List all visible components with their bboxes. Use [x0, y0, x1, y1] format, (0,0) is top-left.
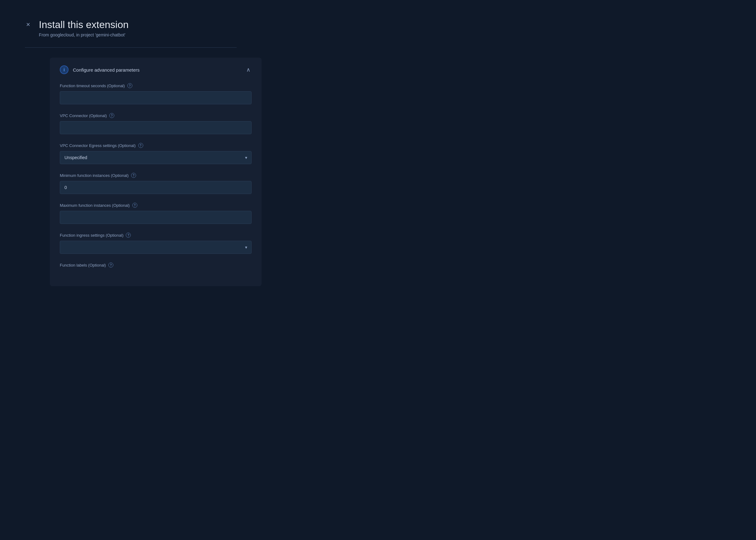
input-function-timeout[interactable] [60, 91, 252, 104]
select-wrapper-ingress: Allow all Allow internal only Allow inte… [60, 241, 252, 254]
label-vpc-connector-egress: VPC Connector Egress settings (Optional)… [60, 143, 252, 148]
help-icon-function-ingress[interactable]: ? [126, 233, 131, 238]
label-function-timeout: Function timeout seconds (Optional) ? [60, 83, 252, 88]
config-panel-header: i Configure advanced parameters ∧ [60, 65, 252, 74]
help-icon-function-labels[interactable]: ? [108, 263, 113, 268]
field-function-ingress: Function ingress settings (Optional) ? A… [60, 233, 252, 254]
select-wrapper-egress: Unspecified All traffic Private ranges o… [60, 151, 252, 164]
help-icon-vpc-connector-egress[interactable]: ? [138, 143, 143, 148]
field-vpc-connector-egress: VPC Connector Egress settings (Optional)… [60, 143, 252, 164]
config-header-left: i Configure advanced parameters [60, 66, 140, 74]
help-icon-max-instances[interactable]: ? [132, 203, 137, 208]
field-vpc-connector: VPC Connector (Optional) ? [60, 113, 252, 134]
page-container: × Install this extension From googleclou… [0, 0, 299, 305]
input-vpc-connector[interactable] [60, 121, 252, 134]
page-title: Install this extension [39, 19, 129, 31]
field-function-labels: Function labels (Optional) ? [60, 263, 252, 268]
config-panel-title: Configure advanced parameters [73, 67, 140, 72]
help-icon-vpc-connector[interactable]: ? [109, 113, 114, 118]
page-subtitle: From googlecloud, in project 'gemini-cha… [39, 32, 129, 37]
field-min-instances: Minimum function instances (Optional) ? [60, 173, 252, 194]
label-vpc-connector: VPC Connector (Optional) ? [60, 113, 252, 118]
header-text: Install this extension From googlecloud,… [39, 19, 129, 37]
field-max-instances: Maximum function instances (Optional) ? [60, 203, 252, 224]
label-function-labels: Function labels (Optional) ? [60, 263, 252, 268]
label-max-instances: Maximum function instances (Optional) ? [60, 203, 252, 208]
collapse-button[interactable]: ∧ [245, 65, 252, 74]
label-min-instances: Minimum function instances (Optional) ? [60, 173, 252, 178]
close-button[interactable]: × [25, 20, 32, 29]
field-function-timeout: Function timeout seconds (Optional) ? [60, 83, 252, 104]
select-vpc-connector-egress[interactable]: Unspecified All traffic Private ranges o… [60, 151, 252, 164]
input-max-instances[interactable] [60, 211, 252, 224]
input-min-instances[interactable] [60, 181, 252, 194]
header: × Install this extension From googleclou… [25, 19, 274, 37]
info-icon: i [60, 66, 68, 74]
config-panel: i Configure advanced parameters ∧ Functi… [50, 58, 262, 286]
header-divider [25, 47, 237, 48]
help-icon-function-timeout[interactable]: ? [127, 83, 132, 88]
help-icon-min-instances[interactable]: ? [131, 173, 136, 178]
select-function-ingress[interactable]: Allow all Allow internal only Allow inte… [60, 241, 252, 254]
label-function-ingress: Function ingress settings (Optional) ? [60, 233, 252, 238]
